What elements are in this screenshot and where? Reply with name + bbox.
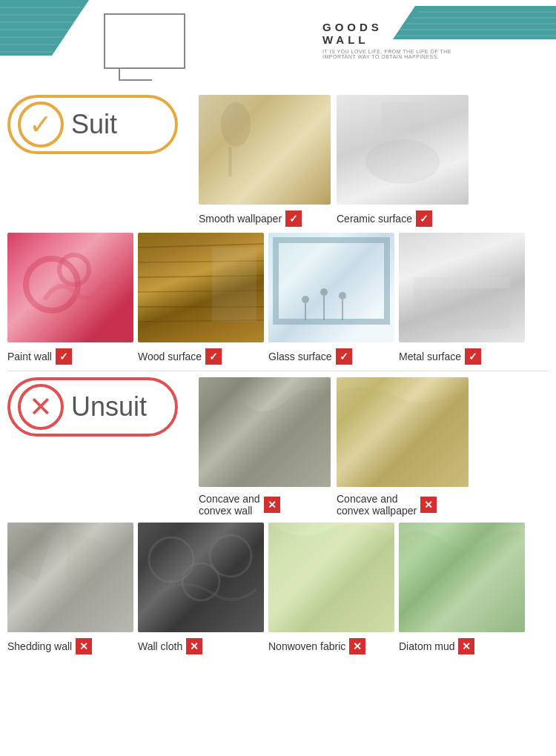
ceramic-image <box>337 95 469 205</box>
unsuit-label: Unsuit <box>71 391 147 422</box>
shedding-wall-label: Shedding wall ✕ <box>7 638 133 654</box>
metal-surface-label: Metal surface ✓ <box>399 348 525 365</box>
paint-wall-item: Paint wall ✓ <box>7 233 133 365</box>
metal-surface-image <box>399 233 525 342</box>
suit-4col-row: Paint wall ✓ Wood surface <box>0 227 556 371</box>
nonwoven-x: ✕ <box>349 638 365 654</box>
smooth-wallpaper-check: ✓ <box>285 210 302 227</box>
deco-right-icon <box>393 6 556 39</box>
svg-point-33 <box>339 292 346 299</box>
ceramic-check: ✓ <box>416 210 432 227</box>
svg-point-31 <box>320 288 328 296</box>
diatom-mud-label: Diatom mud ✕ <box>399 638 525 654</box>
x-icon: ✕ <box>29 393 53 421</box>
smooth-wallpaper-image <box>199 95 331 205</box>
concave-wall-x: ✕ <box>264 497 280 513</box>
concave-wallpaper-image <box>337 377 469 487</box>
svg-marker-8 <box>393 6 556 39</box>
nonwoven-label: Nonwoven fabric ✕ <box>268 638 394 654</box>
glass-surface-item: Glass surface ✓ <box>268 233 394 365</box>
concave-wallpaper-label: Concave andconvex wallpaper ✕ <box>337 493 469 517</box>
svg-rect-27 <box>276 240 387 322</box>
wall-cloth-image <box>138 523 264 632</box>
svg-rect-36 <box>414 277 510 288</box>
smooth-wallpaper-item: Smooth wallpaper ✓ <box>199 95 331 227</box>
glass-surface-label: Glass surface ✓ <box>268 348 394 365</box>
nonwoven-item: Nonwoven fabric ✕ <box>268 523 394 654</box>
suit-badge: ✓ Suit <box>7 95 178 154</box>
suit-check-circle: ✓ <box>18 102 64 147</box>
svg-point-37 <box>149 537 193 582</box>
wall-cloth-label: Wall cloth ✕ <box>138 638 264 654</box>
diatom-mud-image <box>399 523 525 632</box>
wall-cloth-item: Wall cloth ✕ <box>138 523 264 654</box>
diatom-mud-item: Diatom mud ✕ <box>399 523 525 654</box>
svg-rect-15 <box>228 147 232 176</box>
header: GOODS WALL IT IS YOU LOVE LIFE, FROM THE… <box>0 0 556 89</box>
unsuit-x-circle: ✕ <box>18 384 64 430</box>
svg-rect-17 <box>381 102 424 132</box>
glass-surface-image <box>268 233 394 342</box>
svg-point-29 <box>302 296 309 303</box>
check-icon: ✓ <box>29 110 53 139</box>
wall-cloth-x: ✕ <box>186 638 202 654</box>
concave-wallpaper-item: Concave andconvex wallpaper ✕ <box>337 377 469 517</box>
svg-rect-26 <box>212 248 257 322</box>
concave-wall-label: Concave andconvex wall ✕ <box>199 493 331 517</box>
main-content: ✓ Suit Smooth wallpaper ✓ <box>0 89 556 660</box>
shedding-wall-item: Shedding wall ✕ <box>7 523 133 654</box>
tagline2: IMPORTANT WAY TO OBTAIN HAPPINESS. <box>322 54 451 59</box>
wood-surface-image <box>138 233 264 342</box>
smooth-wallpaper-label: Smooth wallpaper ✓ <box>199 210 331 227</box>
suit-label: Suit <box>71 109 117 140</box>
nonwoven-image <box>268 523 394 632</box>
concave-wall-image <box>199 377 331 487</box>
shedding-wall-x: ✕ <box>76 638 92 654</box>
deco-left-icon <box>0 0 111 56</box>
wood-surface-check: ✓ <box>205 348 222 365</box>
svg-line-20 <box>138 244 264 248</box>
suit-section: ✓ Suit Smooth wallpaper ✓ <box>0 89 556 227</box>
ceramic-label: Ceramic surface ✓ <box>337 210 469 227</box>
shedding-wall-image <box>7 523 133 632</box>
svg-point-14 <box>221 102 251 147</box>
paint-wall-image <box>7 233 133 342</box>
svg-point-39 <box>210 535 251 577</box>
wood-surface-item: Wood surface ✓ <box>138 233 264 365</box>
diatom-mud-x: ✕ <box>458 638 474 654</box>
ceramic-item: Ceramic surface ✓ <box>337 95 469 227</box>
glass-surface-check: ✓ <box>336 348 352 365</box>
concave-wallpaper-x: ✕ <box>420 497 437 513</box>
metal-surface-item: Metal surface ✓ <box>399 233 525 365</box>
unsuit-badge: ✕ Unsuit <box>7 377 178 437</box>
svg-point-16 <box>365 139 440 184</box>
concave-wall-item: Concave andconvex wall ✕ <box>199 377 331 517</box>
wood-surface-label: Wood surface ✓ <box>138 348 264 365</box>
metal-surface-check: ✓ <box>465 348 481 365</box>
svg-marker-0 <box>0 0 89 56</box>
unsuit-section: ✕ Unsuit Concave andconvex wall ✕ <box>0 371 556 517</box>
paint-wall-check: ✓ <box>56 348 72 365</box>
tagline: IT IS YOU LOVE LIFE, FROM THE LIFE OF TH… <box>322 49 451 54</box>
unsuit-4col-row: Shedding wall ✕ Wall cloth ✕ <box>0 517 556 660</box>
paint-wall-label: Paint wall ✓ <box>7 348 133 365</box>
